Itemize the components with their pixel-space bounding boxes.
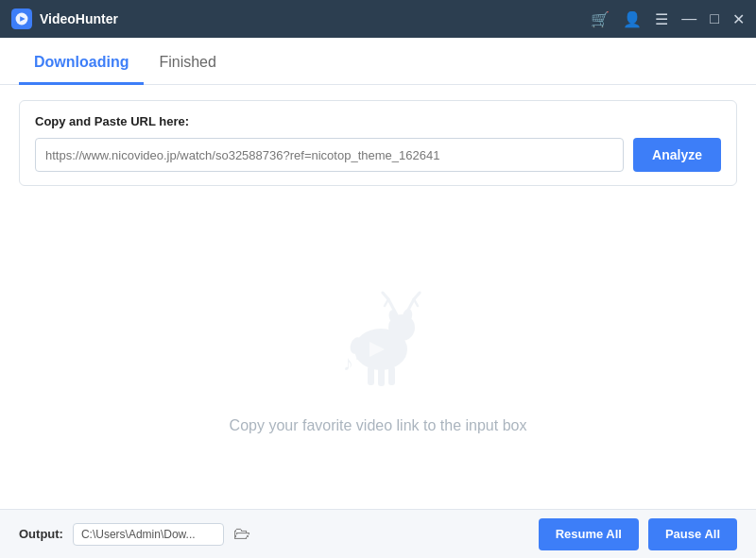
resume-all-button[interactable]: Resume All — [539, 518, 639, 550]
window-controls: 🛒 👤 ☰ — □ ✕ — [591, 10, 745, 28]
svg-rect-14 — [368, 366, 374, 385]
svg-line-11 — [414, 293, 420, 299]
svg-rect-15 — [378, 367, 385, 386]
empty-state-icon: ♪ ♫ — [317, 276, 439, 398]
tab-downloading[interactable]: Downloading — [19, 44, 144, 85]
maximize-icon[interactable]: □ — [710, 10, 719, 27]
url-section: Copy and Paste URL here: Analyze — [19, 100, 737, 186]
url-input[interactable] — [35, 138, 624, 172]
cart-icon[interactable]: 🛒 — [591, 10, 610, 28]
folder-icon[interactable]: 🗁 — [233, 524, 250, 544]
svg-line-9 — [385, 299, 388, 306]
analyze-button[interactable]: Analyze — [633, 138, 721, 172]
empty-state-message: Copy your favorite video link to the inp… — [230, 417, 527, 434]
app-logo — [11, 8, 32, 29]
svg-rect-16 — [388, 366, 395, 385]
tab-finished[interactable]: Finished — [144, 44, 231, 85]
app-title: VideoHunter — [40, 11, 591, 26]
tab-bar: Downloading Finished — [0, 38, 756, 85]
account-icon[interactable]: 👤 — [623, 10, 642, 28]
main-content: Downloading Finished Copy and Paste URL … — [0, 38, 756, 509]
minimize-icon[interactable]: — — [681, 10, 696, 27]
bottom-actions: Resume All Pause All — [539, 518, 737, 550]
bottom-bar: Output: C:\Users\Admin\Dow... 🗁 Resume A… — [0, 509, 756, 558]
output-path: C:\Users\Admin\Dow... — [73, 523, 224, 546]
svg-line-12 — [414, 299, 418, 306]
svg-text:♫: ♫ — [354, 347, 366, 364]
menu-icon[interactable]: ☰ — [655, 10, 668, 28]
empty-state: ♪ ♫ Copy your favorite video link to the… — [0, 201, 756, 509]
url-input-row: Analyze — [35, 138, 721, 172]
title-bar: VideoHunter 🛒 👤 ☰ — □ ✕ — [0, 0, 756, 38]
svg-line-8 — [383, 293, 388, 299]
url-label: Copy and Paste URL here: — [35, 114, 721, 128]
output-label: Output: — [19, 527, 63, 541]
pause-all-button[interactable]: Pause All — [648, 518, 737, 550]
svg-text:♪: ♪ — [343, 351, 353, 375]
close-icon[interactable]: ✕ — [732, 10, 745, 28]
